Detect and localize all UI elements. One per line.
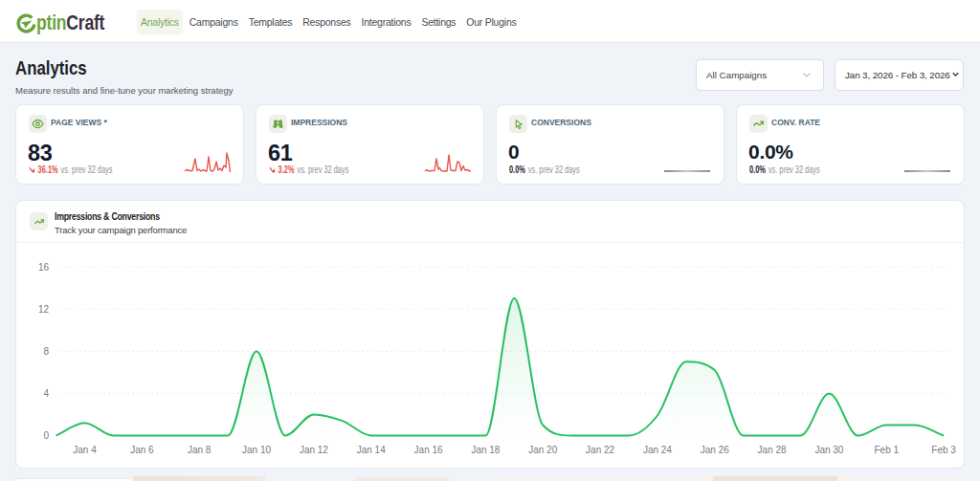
svg-text:Jan 8: Jan 8 [188, 445, 212, 455]
svg-text:Feb 1: Feb 1 [875, 445, 900, 455]
svg-text:Jan 30: Jan 30 [814, 445, 843, 455]
svg-text:Jan 26: Jan 26 [701, 445, 729, 455]
svg-text:0: 0 [43, 430, 49, 441]
svg-text:Jan 16: Jan 16 [414, 445, 443, 455]
svg-text:Jan 28: Jan 28 [758, 445, 787, 455]
svg-text:8: 8 [43, 346, 49, 357]
svg-text:Feb 3: Feb 3 [931, 445, 956, 455]
svg-text:Jan 18: Jan 18 [471, 445, 500, 455]
svg-text:Jan 4: Jan 4 [73, 445, 97, 455]
svg-text:Jan 24: Jan 24 [643, 445, 672, 455]
svg-text:Jan 10: Jan 10 [242, 445, 271, 455]
svg-text:16: 16 [38, 262, 50, 273]
svg-text:Jan 20: Jan 20 [528, 445, 557, 455]
svg-text:12: 12 [38, 304, 50, 315]
svg-text:Jan 22: Jan 22 [586, 445, 614, 455]
svg-text:Jan 12: Jan 12 [300, 445, 328, 455]
svg-text:Jan 14: Jan 14 [357, 445, 386, 455]
svg-text:4: 4 [43, 388, 49, 399]
svg-text:Jan 6: Jan 6 [130, 445, 154, 455]
